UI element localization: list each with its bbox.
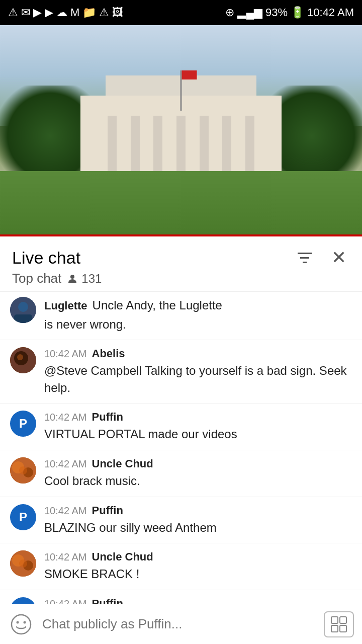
- cloud-icon: ☁: [56, 6, 67, 19]
- message-author: Puffin: [92, 504, 123, 517]
- message-time: 10:42 AM: [44, 348, 87, 360]
- wifi-icon: ⊕: [225, 6, 234, 19]
- column: [108, 116, 117, 176]
- avatar: [10, 550, 36, 577]
- close-icon[interactable]: ✕: [328, 247, 350, 269]
- video-frame: [0, 25, 362, 236]
- live-chat-panel: Live chat ✕ Top chat 131: [0, 236, 362, 644]
- message-content: 10:42 AM Abelis @Steve Campbell Talking …: [44, 347, 352, 396]
- message-text-continuation: is never wrong.: [44, 316, 352, 333]
- message-icon: ✉: [21, 6, 30, 19]
- status-notifications: ⚠ ✉ ▶ ▶ ☁ M 📁 ⚠ 🖼: [8, 6, 123, 19]
- message-text: Cool brack music.: [44, 472, 352, 490]
- emoji-button[interactable]: [8, 611, 34, 637]
- message-time: 10:42 AM: [44, 458, 87, 470]
- message-meta: Luglette Uncle Andy, the Luglette: [44, 297, 352, 314]
- svg-point-18: [12, 615, 31, 634]
- alert-icon-2: ⚠: [99, 6, 109, 19]
- column: [176, 116, 186, 176]
- avatar: [10, 457, 36, 484]
- battery-percent: 93%: [265, 6, 288, 19]
- column: [131, 116, 140, 176]
- image-icon: 🖼: [112, 6, 123, 19]
- svg-rect-23: [331, 625, 338, 632]
- list-item: Luglette Uncle Andy, the Luglette is nev…: [0, 292, 362, 340]
- message-text: BLAZING our silly weed Anthem: [44, 519, 352, 536]
- list-item: 10:42 AM Uncle Chud Cool brack music.: [0, 450, 362, 497]
- message-text: SMOKE BRACK !: [44, 566, 352, 583]
- list-item: P 10:42 AM Puffin VIRTUAL PORTAL made ou…: [0, 404, 362, 450]
- chat-subtitle: Top chat 131: [12, 271, 350, 286]
- svg-point-17: [19, 559, 27, 568]
- flagpole: [180, 70, 182, 111]
- send-button[interactable]: [324, 611, 354, 637]
- building-columns: [101, 106, 261, 176]
- message-author: Luglette: [44, 299, 87, 312]
- message-author: Uncle Chud: [92, 550, 153, 564]
- message-partial-text: Uncle Andy, the Luglette: [93, 297, 222, 314]
- svg-point-9: [17, 354, 23, 360]
- svg-rect-0: [298, 253, 312, 254]
- message-content: 10:42 AM Uncle Chud Cool brack music.: [44, 457, 352, 490]
- column: [200, 116, 209, 176]
- lawn: [0, 171, 362, 236]
- message-content: 10:42 AM Uncle Chud SMOKE BRACK !: [44, 550, 352, 583]
- svg-rect-1: [300, 257, 309, 259]
- svg-rect-6: [14, 314, 32, 323]
- alert-icon: ⚠: [8, 6, 18, 19]
- svg-point-13: [19, 466, 27, 474]
- message-meta: 10:42 AM Uncle Chud: [44, 457, 352, 470]
- live-chat-title: Live chat: [12, 248, 80, 268]
- list-item: P 10:42 AM Puffin BLAZING our silly weed…: [0, 497, 362, 544]
- avatar-letter: P: [19, 510, 27, 524]
- message-time: 10:42 AM: [44, 505, 87, 517]
- message-meta: 10:42 AM Uncle Chud: [44, 550, 352, 564]
- avatar-letter: P: [19, 417, 27, 431]
- status-info: ⊕ ▂▄▆ 93% 🔋 10:42 AM: [225, 6, 354, 19]
- column: [153, 116, 162, 176]
- message-text: VIRTUAL PORTAL made our videos: [44, 426, 352, 443]
- svg-rect-2: [303, 262, 307, 263]
- viewer-number: 131: [81, 272, 102, 286]
- youtube-icon: ▶: [33, 6, 42, 19]
- message-author: Uncle Chud: [92, 457, 153, 470]
- signal-bars: ▂▄▆: [237, 6, 262, 19]
- video-player[interactable]: [0, 25, 362, 236]
- svg-point-3: [70, 275, 74, 279]
- list-item: 10:42 AM Uncle Chud SMOKE BRACK !: [0, 543, 362, 590]
- svg-point-20: [24, 621, 26, 623]
- message-text: @Steve Campbell Talking to yourself is a…: [44, 362, 352, 396]
- avatar: P: [10, 504, 36, 530]
- viewer-count: 131: [66, 272, 102, 286]
- list-item: 10:42 AM Abelis @Steve Campbell Talking …: [0, 340, 362, 404]
- clock: 10:42 AM: [307, 6, 354, 19]
- filter-icon[interactable]: [294, 247, 316, 269]
- status-bar: ⚠ ✉ ▶ ▶ ☁ M 📁 ⚠ 🖼 ⊕ ▂▄▆ 93% 🔋 10:42 AM: [0, 0, 362, 25]
- avatar: [10, 297, 36, 323]
- chat-messages-list: Luglette Uncle Andy, the Luglette is nev…: [0, 292, 362, 644]
- flag: [182, 70, 197, 79]
- message-content: Luglette Uncle Andy, the Luglette is nev…: [44, 297, 352, 333]
- chat-title-row: Live chat ✕: [12, 247, 350, 269]
- avatar: P: [10, 411, 36, 437]
- message-meta: 10:42 AM Puffin: [44, 504, 352, 517]
- avatar: [10, 347, 36, 373]
- video-progress-bar[interactable]: [0, 234, 362, 236]
- svg-rect-24: [340, 625, 346, 632]
- message-meta: 10:42 AM Abelis: [44, 347, 352, 360]
- message-meta: 10:42 AM Puffin: [44, 411, 352, 424]
- top-chat-label: Top chat: [12, 271, 61, 286]
- column: [245, 116, 254, 176]
- media-icon: ▶: [45, 6, 53, 19]
- svg-point-5: [18, 302, 28, 312]
- svg-rect-21: [331, 617, 338, 623]
- message-content: 10:42 AM Puffin VIRTUAL PORTAL made our …: [44, 411, 352, 443]
- chat-header: Live chat ✕ Top chat 131: [0, 236, 362, 292]
- chat-text-input[interactable]: [42, 611, 316, 637]
- message-content: 10:42 AM Puffin BLAZING our silly weed A…: [44, 504, 352, 536]
- message-author: Abelis: [92, 347, 125, 360]
- battery-icon: 🔋: [291, 6, 304, 19]
- message-time: 10:42 AM: [44, 551, 87, 563]
- folder-icon: 📁: [82, 6, 96, 19]
- svg-rect-22: [340, 617, 346, 623]
